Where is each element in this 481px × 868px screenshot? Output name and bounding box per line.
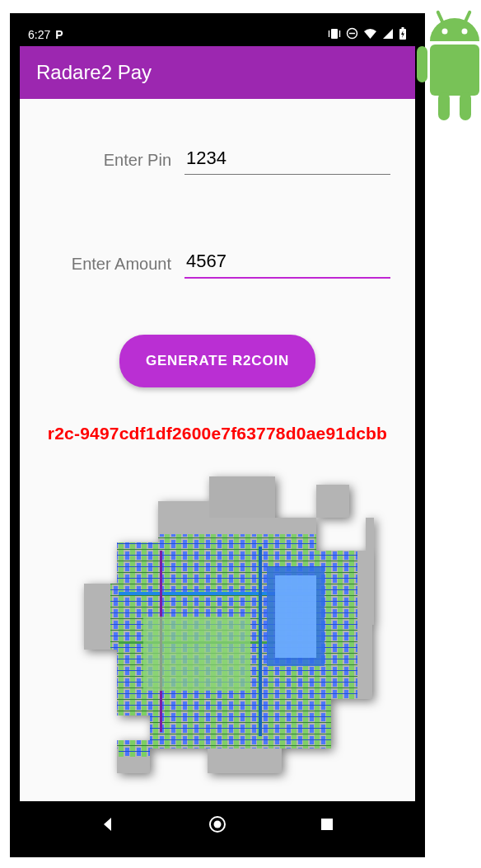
pin-input[interactable] [184, 144, 390, 175]
amount-label: Enter Amount [44, 255, 184, 279]
visualization-image [61, 468, 374, 781]
svg-rect-24 [209, 476, 275, 518]
result-code: r2c-9497cdf1df2600e7f63778d0ae91dcbb [44, 424, 390, 443]
svg-point-34 [213, 821, 221, 828]
pin-row: Enter Pin [44, 144, 390, 175]
dnd-icon [346, 27, 358, 42]
svg-rect-32 [143, 617, 250, 691]
signal-icon [382, 28, 394, 42]
app-bar: Radare2 Pay [20, 46, 415, 99]
svg-rect-25 [316, 518, 349, 551]
svg-rect-31 [275, 575, 316, 658]
device-frame: 6:27 P [12, 15, 423, 856]
nav-back-button[interactable] [96, 813, 119, 836]
nav-home-button[interactable] [206, 813, 229, 836]
wifi-icon [363, 28, 377, 42]
status-time: 6:27 [28, 28, 50, 41]
amount-input[interactable] [184, 247, 390, 279]
svg-rect-4 [430, 45, 479, 96]
android-robot-icon [413, 0, 481, 132]
nav-recent-button[interactable] [315, 813, 339, 836]
main-content: Enter Pin Enter Amount GENERATE R2COIN r… [20, 99, 415, 781]
amount-row: Enter Amount [44, 247, 390, 279]
status-p-badge: P [55, 28, 63, 41]
svg-rect-7 [438, 92, 450, 120]
svg-rect-5 [417, 46, 427, 82]
generate-button[interactable]: GENERATE R2COIN [119, 335, 315, 387]
svg-point-3 [462, 29, 468, 35]
svg-rect-9 [331, 29, 338, 39]
app-title: Radare2 Pay [36, 61, 152, 84]
nav-bar [20, 801, 415, 847]
svg-rect-29 [259, 547, 262, 736]
battery-icon [399, 27, 407, 42]
svg-point-2 [442, 29, 448, 35]
vibrate-icon [328, 28, 341, 42]
svg-rect-8 [460, 92, 471, 120]
svg-rect-14 [402, 27, 404, 29]
svg-rect-35 [321, 819, 333, 830]
status-bar: 6:27 P [20, 23, 415, 46]
pin-label: Enter Pin [44, 151, 184, 175]
